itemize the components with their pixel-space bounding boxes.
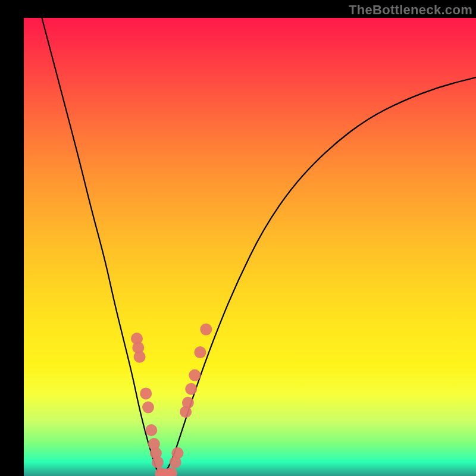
chart-svg [24, 18, 476, 476]
data-point-marker [152, 456, 164, 468]
bottleneck-curve [42, 18, 476, 475]
data-point-marker [200, 324, 212, 336]
data-point-marker [142, 402, 154, 414]
data-point-marker [194, 346, 206, 358]
data-point-marker [171, 447, 183, 459]
marker-group [131, 324, 212, 476]
chart-frame: TheBottleneck.com [0, 0, 476, 476]
plot-area [24, 18, 476, 476]
data-point-marker [145, 424, 157, 436]
data-point-marker [140, 387, 152, 399]
data-point-marker [134, 351, 146, 363]
watermark-text: TheBottleneck.com [349, 2, 472, 18]
data-point-marker [185, 383, 197, 395]
data-point-marker [182, 397, 194, 409]
data-point-marker [189, 369, 201, 381]
